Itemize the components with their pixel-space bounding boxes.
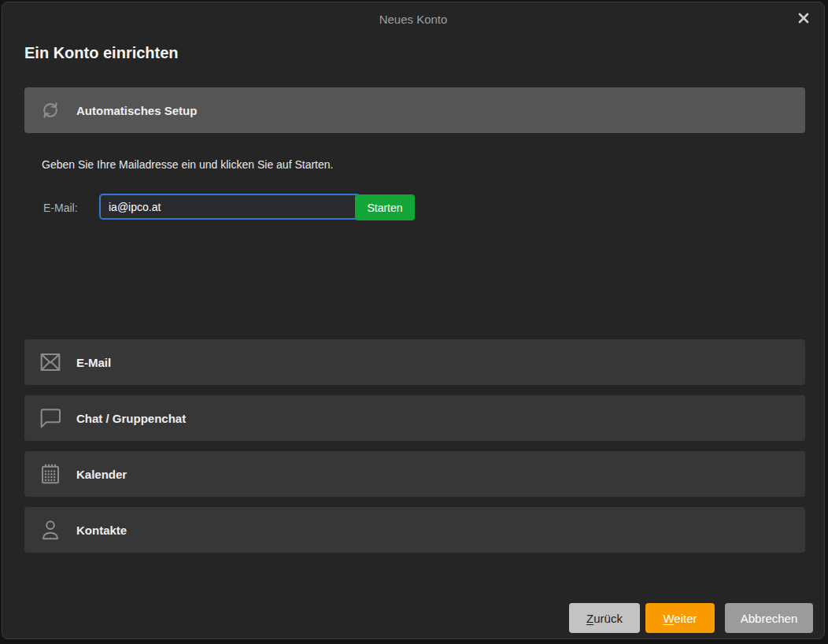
- close-icon[interactable]: [795, 9, 812, 27]
- service-label: E-Mail: [76, 356, 111, 369]
- email-label: E-Mail:: [43, 202, 78, 214]
- service-label: Chat / Gruppenchat: [76, 412, 186, 425]
- service-row-contacts[interactable]: Kontakte: [24, 507, 805, 553]
- sync-icon: [37, 97, 64, 124]
- start-button[interactable]: Starten: [355, 194, 415, 220]
- chat-bubble-icon: [37, 405, 64, 431]
- service-label: Kontakte: [76, 524, 127, 537]
- page-title: Ein Konto einrichten: [24, 44, 179, 62]
- auto-setup-row[interactable]: Automatisches Setup: [24, 87, 805, 133]
- dialog-titlebar: Neues Konto: [2, 2, 824, 37]
- person-icon: [37, 516, 64, 543]
- instruction-text: Geben Sie Ihre Mailadresse ein und klick…: [42, 158, 333, 171]
- service-row-chat[interactable]: Chat / Gruppenchat: [24, 395, 805, 441]
- service-label: Kalender: [76, 468, 127, 481]
- calendar-icon: [37, 461, 64, 487]
- email-input[interactable]: [99, 194, 360, 220]
- cancel-button[interactable]: Abbrechen: [725, 603, 813, 633]
- service-row-calendar[interactable]: Kalender: [24, 451, 805, 497]
- dialog-title: Neues Konto: [379, 13, 448, 26]
- service-row-email[interactable]: E-Mail: [24, 339, 805, 385]
- next-button[interactable]: Weiter: [645, 603, 715, 633]
- back-button[interactable]: Zurück: [569, 603, 640, 633]
- auto-setup-label: Automatisches Setup: [76, 104, 197, 117]
- new-account-dialog: Neues Konto Ein Konto einrichten Automat…: [2, 2, 825, 639]
- envelope-icon: [37, 349, 64, 376]
